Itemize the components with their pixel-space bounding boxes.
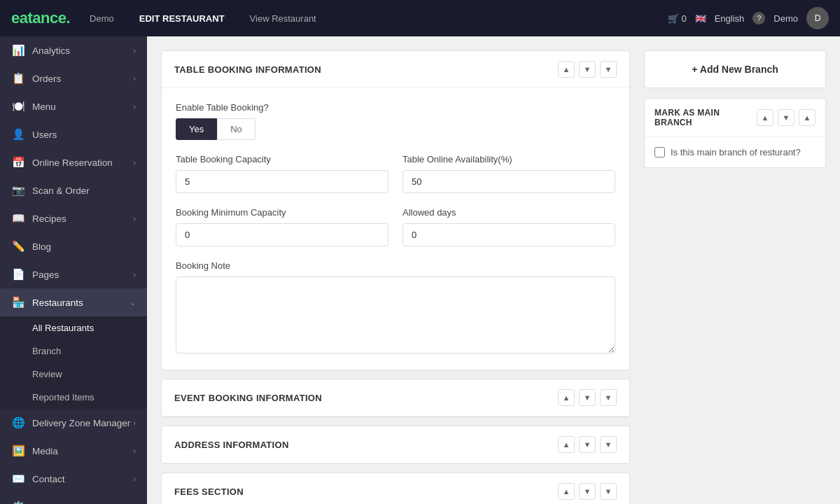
fees-section-controls: ▲ ▼ ▼ bbox=[558, 483, 617, 500]
allowed-days-label: Allowed days bbox=[402, 207, 615, 218]
sidebar-item-settings[interactable]: ⚙️ Settings › bbox=[0, 493, 147, 504]
min-capacity-input[interactable] bbox=[176, 223, 388, 246]
sidebar-item-scan-order[interactable]: 📷 Scan & Order bbox=[0, 176, 147, 204]
yes-button[interactable]: Yes bbox=[176, 118, 217, 140]
address-up-btn[interactable]: ▲ bbox=[558, 436, 575, 453]
event-booking-section: EVENT BOOKING INFORMATION ▲ ▼ ▼ bbox=[161, 379, 630, 417]
reservation-icon: 📅 bbox=[11, 156, 25, 169]
sidebar-label-scan: Scan & Order bbox=[32, 186, 90, 196]
chevron-icon: › bbox=[133, 74, 136, 83]
sidebar-label-analytics: Analytics bbox=[32, 46, 70, 56]
sidebar-label-media: Media bbox=[32, 446, 58, 456]
event-close-btn[interactable]: ▼ bbox=[600, 389, 617, 406]
table-booking-body: Enable Table Booking? Yes No Table Booki… bbox=[162, 88, 629, 370]
chevron-icon: › bbox=[133, 46, 136, 55]
address-down-btn[interactable]: ▼ bbox=[579, 436, 596, 453]
fees-close-btn[interactable]: ▼ bbox=[600, 483, 617, 500]
enable-booking-label: Enable Table Booking? bbox=[176, 102, 615, 113]
close-section-btn[interactable]: ▼ bbox=[600, 61, 617, 78]
sidebar-item-recipes[interactable]: 📖 Recipes › bbox=[0, 204, 147, 232]
main-branch-body: Is this main branch of resturant? bbox=[645, 137, 825, 167]
address-title: ADDRESS INFORMATION bbox=[174, 440, 289, 450]
main-branch-header[interactable]: MARK AS MAIN BRANCH ▲ ▼ ▲ bbox=[645, 99, 825, 137]
sidebar-item-users[interactable]: 👤 Users bbox=[0, 120, 147, 148]
address-section-controls: ▲ ▼ ▼ bbox=[558, 436, 617, 453]
event-collapse-up-btn[interactable]: ▲ bbox=[558, 389, 575, 406]
sidebar-item-contact[interactable]: ✉️ Contact › bbox=[0, 465, 147, 493]
allowed-days-input[interactable] bbox=[402, 223, 615, 246]
sidebar: 📊 Analytics › 📋 Orders › 🍽️ Menu › 👤 Use… bbox=[0, 36, 147, 504]
section-controls: ▲ ▼ ▼ bbox=[558, 61, 617, 78]
fees-header[interactable]: FEES SECTION ▲ ▼ ▼ bbox=[162, 473, 629, 504]
restaurants-icon: 🏪 bbox=[11, 296, 25, 309]
sidebar-item-restaurants[interactable]: 🏪 Restaurants ⌄ bbox=[0, 288, 147, 316]
fees-title: FEES SECTION bbox=[174, 486, 244, 497]
availability-input[interactable] bbox=[402, 170, 615, 193]
branch-close-btn[interactable]: ▲ bbox=[799, 109, 816, 126]
cart-icon[interactable]: 🛒 0 bbox=[668, 13, 687, 24]
add-branch-button[interactable]: + Add New Branch bbox=[644, 50, 826, 88]
main-branch-card: MARK AS MAIN BRANCH ▲ ▼ ▲ Is this main b… bbox=[644, 98, 826, 168]
orders-icon: 📋 bbox=[11, 72, 25, 85]
sidebar-label-delivery: Delivery Zone Manager bbox=[32, 418, 130, 428]
sidebar-subitem-reported-items[interactable]: Reported Items bbox=[0, 386, 147, 409]
sidebar-item-delivery-zone[interactable]: 🌐 Delivery Zone Manager › bbox=[0, 409, 147, 437]
sidebar-item-media[interactable]: 🖼️ Media › bbox=[0, 437, 147, 465]
nav-demo[interactable]: Demo bbox=[84, 10, 120, 27]
sidebar-item-blog[interactable]: ✏️ Blog bbox=[0, 232, 147, 260]
restaurants-submenu: All Restaurants Branch Review Reported I… bbox=[0, 316, 147, 409]
booking-note-group: Booking Note bbox=[176, 260, 615, 356]
sidebar-item-menu[interactable]: 🍽️ Menu › bbox=[0, 92, 147, 120]
contact-icon: ✉️ bbox=[11, 472, 25, 485]
collapse-down-btn[interactable]: ▼ bbox=[579, 61, 596, 78]
main-wrapper: 📊 Analytics › 📋 Orders › 🍽️ Menu › 👤 Use… bbox=[0, 36, 840, 504]
main-branch-checkbox[interactable] bbox=[654, 147, 665, 158]
booking-note-textarea[interactable] bbox=[176, 276, 615, 354]
logo[interactable]: eatance. bbox=[11, 9, 70, 27]
pages-icon: 📄 bbox=[11, 268, 25, 281]
event-collapse-down-btn[interactable]: ▼ bbox=[579, 389, 596, 406]
table-booking-header[interactable]: TABLE BOOKING INFORMATION ▲ ▼ ▼ bbox=[162, 51, 629, 88]
capacity-input[interactable] bbox=[176, 170, 388, 193]
sidebar-subitem-all-restaurants[interactable]: All Restaurants bbox=[0, 316, 147, 340]
blog-icon: ✏️ bbox=[11, 240, 25, 253]
sidebar-subitem-branch[interactable]: Branch bbox=[0, 340, 147, 363]
avatar[interactable]: D bbox=[806, 7, 829, 29]
main-branch-title: MARK AS MAIN BRANCH bbox=[654, 108, 757, 127]
help-icon[interactable]: ? bbox=[752, 12, 765, 24]
sidebar-subitem-review[interactable]: Review bbox=[0, 363, 147, 386]
sidebar-item-online-reservation[interactable]: 📅 Online Reservation › bbox=[0, 148, 147, 176]
nav-edit-restaurant[interactable]: EDIT RESTAURANT bbox=[134, 10, 230, 27]
branch-up-btn[interactable]: ▲ bbox=[757, 109, 774, 126]
branch-down-btn[interactable]: ▼ bbox=[778, 109, 794, 126]
online-availability-group: Table Online Availability(%) bbox=[402, 154, 615, 193]
fees-down-btn[interactable]: ▼ bbox=[579, 483, 596, 500]
main-column: TABLE BOOKING INFORMATION ▲ ▼ ▼ Enable T… bbox=[161, 50, 630, 490]
sidebar-label-recipes: Recipes bbox=[32, 214, 66, 224]
chevron-icon: › bbox=[133, 270, 136, 279]
language-label[interactable]: English bbox=[715, 13, 745, 24]
address-section: ADDRESS INFORMATION ▲ ▼ ▼ bbox=[161, 426, 630, 464]
users-icon: 👤 bbox=[11, 128, 25, 141]
main-branch-checkbox-text: Is this main branch of resturant? bbox=[671, 147, 801, 158]
settings-icon: ⚙️ bbox=[11, 500, 25, 504]
sidebar-label-users: Users bbox=[32, 130, 57, 140]
address-close-btn[interactable]: ▼ bbox=[600, 436, 617, 453]
min-capacity-label: Booking Minimum Capacity bbox=[176, 207, 388, 218]
no-button[interactable]: No bbox=[217, 118, 255, 140]
sidebar-item-analytics[interactable]: 📊 Analytics › bbox=[0, 36, 147, 64]
main-branch-checkbox-label[interactable]: Is this main branch of resturant? bbox=[654, 147, 816, 158]
sidebar-label-settings: Settings bbox=[32, 502, 66, 505]
event-booking-header[interactable]: EVENT BOOKING INFORMATION ▲ ▼ ▼ bbox=[162, 379, 629, 416]
right-panel: + Add New Branch MARK AS MAIN BRANCH ▲ ▼… bbox=[644, 50, 826, 490]
sidebar-item-pages[interactable]: 📄 Pages › bbox=[0, 260, 147, 288]
delivery-icon: 🌐 bbox=[11, 416, 25, 429]
address-header[interactable]: ADDRESS INFORMATION ▲ ▼ ▼ bbox=[162, 426, 629, 463]
fees-up-btn[interactable]: ▲ bbox=[558, 483, 575, 500]
sidebar-label-menu: Menu bbox=[32, 102, 56, 112]
nav-view-restaurant[interactable]: View Restaurant bbox=[244, 10, 322, 27]
chevron-icon: › bbox=[133, 419, 136, 427]
collapse-up-btn[interactable]: ▲ bbox=[558, 61, 575, 78]
availability-label: Table Online Availability(%) bbox=[402, 154, 615, 164]
sidebar-item-orders[interactable]: 📋 Orders › bbox=[0, 64, 147, 92]
